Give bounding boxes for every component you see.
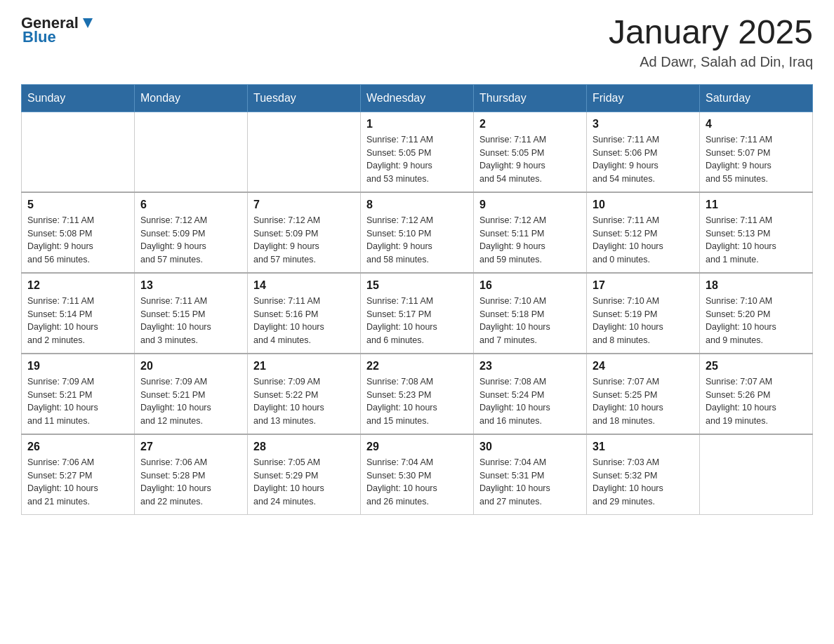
day-info: Sunrise: 7:11 AM Sunset: 5:17 PM Dayligh…: [366, 295, 468, 347]
day-number: 8: [366, 199, 468, 211]
calendar-cell: 8Sunrise: 7:12 AM Sunset: 5:10 PM Daylig…: [361, 192, 474, 273]
day-info: Sunrise: 7:12 AM Sunset: 5:10 PM Dayligh…: [366, 214, 468, 267]
day-number: 24: [593, 360, 694, 373]
calendar-week-4: 19Sunrise: 7:09 AM Sunset: 5:21 PM Dayli…: [22, 354, 813, 434]
day-info: Sunrise: 7:11 AM Sunset: 5:15 PM Dayligh…: [140, 295, 241, 347]
day-info: Sunrise: 7:08 AM Sunset: 5:23 PM Dayligh…: [366, 375, 468, 428]
header-row: SundayMondayTuesdayWednesdayThursdayFrid…: [22, 84, 813, 112]
day-info: Sunrise: 7:04 AM Sunset: 5:30 PM Dayligh…: [366, 456, 468, 509]
logo-text-blue: Blue: [22, 28, 56, 46]
calendar-cell: 10Sunrise: 7:11 AM Sunset: 5:12 PM Dayli…: [587, 192, 700, 273]
day-number: 17: [593, 279, 694, 292]
day-info: Sunrise: 7:09 AM Sunset: 5:21 PM Dayligh…: [27, 375, 128, 428]
day-number: 13: [140, 279, 241, 292]
day-info: Sunrise: 7:07 AM Sunset: 5:25 PM Dayligh…: [593, 375, 694, 428]
calendar-cell: 29Sunrise: 7:04 AM Sunset: 5:30 PM Dayli…: [361, 434, 474, 515]
calendar-cell: 13Sunrise: 7:11 AM Sunset: 5:15 PM Dayli…: [135, 273, 248, 354]
day-info: Sunrise: 7:11 AM Sunset: 5:06 PM Dayligh…: [593, 133, 694, 186]
calendar-cell: 18Sunrise: 7:10 AM Sunset: 5:20 PM Dayli…: [700, 273, 813, 354]
day-info: Sunrise: 7:07 AM Sunset: 5:26 PM Dayligh…: [706, 375, 807, 428]
calendar-cell: 7Sunrise: 7:12 AM Sunset: 5:09 PM Daylig…: [248, 192, 361, 273]
day-number: 22: [366, 360, 468, 373]
day-info: Sunrise: 7:11 AM Sunset: 5:05 PM Dayligh…: [366, 133, 468, 186]
day-info: Sunrise: 7:11 AM Sunset: 5:13 PM Dayligh…: [706, 214, 807, 267]
calendar-cell: 25Sunrise: 7:07 AM Sunset: 5:26 PM Dayli…: [700, 354, 813, 434]
subtitle: Ad Dawr, Salah ad Din, Iraq: [609, 54, 813, 70]
day-info: Sunrise: 7:06 AM Sunset: 5:27 PM Dayligh…: [27, 456, 128, 509]
day-info: Sunrise: 7:11 AM Sunset: 5:07 PM Dayligh…: [706, 133, 807, 186]
calendar-cell: 16Sunrise: 7:10 AM Sunset: 5:18 PM Dayli…: [474, 273, 587, 354]
calendar-cell: 6Sunrise: 7:12 AM Sunset: 5:09 PM Daylig…: [135, 192, 248, 273]
calendar-cell: 28Sunrise: 7:05 AM Sunset: 5:29 PM Dayli…: [248, 434, 361, 515]
calendar-cell: 15Sunrise: 7:11 AM Sunset: 5:17 PM Dayli…: [361, 273, 474, 354]
main-title: January 2025: [609, 14, 813, 51]
calendar-cell: [248, 112, 361, 192]
day-number: 23: [479, 360, 581, 373]
calendar-cell: 4Sunrise: 7:11 AM Sunset: 5:07 PM Daylig…: [700, 112, 813, 192]
calendar-cell: 31Sunrise: 7:03 AM Sunset: 5:32 PM Dayli…: [587, 434, 700, 515]
day-number: 14: [253, 279, 355, 292]
day-header-wednesday: Wednesday: [361, 84, 474, 112]
day-number: 21: [253, 360, 355, 373]
logo: General Blue: [21, 14, 95, 46]
calendar-cell: 1Sunrise: 7:11 AM Sunset: 5:05 PM Daylig…: [361, 112, 474, 192]
calendar-week-1: 1Sunrise: 7:11 AM Sunset: 5:05 PM Daylig…: [22, 112, 813, 192]
day-number: 4: [706, 118, 807, 130]
page-header: General Blue January 2025 Ad Dawr, Salah…: [21, 14, 813, 70]
calendar-cell: [22, 112, 135, 192]
day-info: Sunrise: 7:03 AM Sunset: 5:32 PM Dayligh…: [593, 456, 694, 509]
calendar-cell: 27Sunrise: 7:06 AM Sunset: 5:28 PM Dayli…: [135, 434, 248, 515]
day-number: 19: [27, 360, 128, 373]
day-info: Sunrise: 7:09 AM Sunset: 5:21 PM Dayligh…: [140, 375, 241, 428]
calendar-cell: [700, 434, 813, 515]
day-number: 12: [27, 279, 128, 292]
day-info: Sunrise: 7:11 AM Sunset: 5:14 PM Dayligh…: [27, 295, 128, 347]
calendar-cell: 12Sunrise: 7:11 AM Sunset: 5:14 PM Dayli…: [22, 273, 135, 354]
day-info: Sunrise: 7:04 AM Sunset: 5:31 PM Dayligh…: [479, 456, 581, 509]
day-number: 30: [479, 441, 581, 453]
day-number: 28: [253, 441, 355, 453]
day-number: 16: [479, 279, 581, 292]
day-info: Sunrise: 7:10 AM Sunset: 5:19 PM Dayligh…: [593, 295, 694, 347]
day-info: Sunrise: 7:12 AM Sunset: 5:09 PM Dayligh…: [140, 214, 241, 267]
day-info: Sunrise: 7:11 AM Sunset: 5:05 PM Dayligh…: [479, 133, 581, 186]
day-info: Sunrise: 7:10 AM Sunset: 5:20 PM Dayligh…: [706, 295, 807, 347]
day-number: 27: [140, 441, 241, 453]
day-number: 9: [479, 199, 581, 211]
calendar-cell: 24Sunrise: 7:07 AM Sunset: 5:25 PM Dayli…: [587, 354, 700, 434]
day-info: Sunrise: 7:11 AM Sunset: 5:16 PM Dayligh…: [253, 295, 355, 347]
calendar-cell: 21Sunrise: 7:09 AM Sunset: 5:22 PM Dayli…: [248, 354, 361, 434]
calendar-week-5: 26Sunrise: 7:06 AM Sunset: 5:27 PM Dayli…: [22, 434, 813, 515]
day-number: 31: [593, 441, 694, 453]
day-number: 1: [366, 118, 468, 130]
logo-triangle-icon: [80, 15, 95, 31]
day-info: Sunrise: 7:09 AM Sunset: 5:22 PM Dayligh…: [253, 375, 355, 428]
calendar-cell: 3Sunrise: 7:11 AM Sunset: 5:06 PM Daylig…: [587, 112, 700, 192]
calendar-week-3: 12Sunrise: 7:11 AM Sunset: 5:14 PM Dayli…: [22, 273, 813, 354]
day-number: 6: [140, 199, 241, 211]
calendar-cell: 30Sunrise: 7:04 AM Sunset: 5:31 PM Dayli…: [474, 434, 587, 515]
calendar-table: SundayMondayTuesdayWednesdayThursdayFrid…: [21, 84, 813, 515]
day-number: 2: [479, 118, 581, 130]
calendar-cell: 22Sunrise: 7:08 AM Sunset: 5:23 PM Dayli…: [361, 354, 474, 434]
calendar-cell: 17Sunrise: 7:10 AM Sunset: 5:19 PM Dayli…: [587, 273, 700, 354]
day-header-tuesday: Tuesday: [248, 84, 361, 112]
calendar-cell: 14Sunrise: 7:11 AM Sunset: 5:16 PM Dayli…: [248, 273, 361, 354]
calendar-cell: 23Sunrise: 7:08 AM Sunset: 5:24 PM Dayli…: [474, 354, 587, 434]
calendar-cell: 2Sunrise: 7:11 AM Sunset: 5:05 PM Daylig…: [474, 112, 587, 192]
day-info: Sunrise: 7:11 AM Sunset: 5:08 PM Dayligh…: [27, 214, 128, 267]
day-number: 3: [593, 118, 694, 130]
calendar-cell: 9Sunrise: 7:12 AM Sunset: 5:11 PM Daylig…: [474, 192, 587, 273]
day-number: 25: [706, 360, 807, 373]
day-number: 18: [706, 279, 807, 292]
day-header-thursday: Thursday: [474, 84, 587, 112]
svg-marker-0: [83, 18, 93, 28]
day-header-monday: Monday: [135, 84, 248, 112]
day-header-sunday: Sunday: [22, 84, 135, 112]
calendar-cell: 26Sunrise: 7:06 AM Sunset: 5:27 PM Dayli…: [22, 434, 135, 515]
day-info: Sunrise: 7:12 AM Sunset: 5:11 PM Dayligh…: [479, 214, 581, 267]
day-number: 5: [27, 199, 128, 211]
day-header-friday: Friday: [587, 84, 700, 112]
day-info: Sunrise: 7:10 AM Sunset: 5:18 PM Dayligh…: [479, 295, 581, 347]
title-section: January 2025 Ad Dawr, Salah ad Din, Iraq: [609, 14, 813, 70]
